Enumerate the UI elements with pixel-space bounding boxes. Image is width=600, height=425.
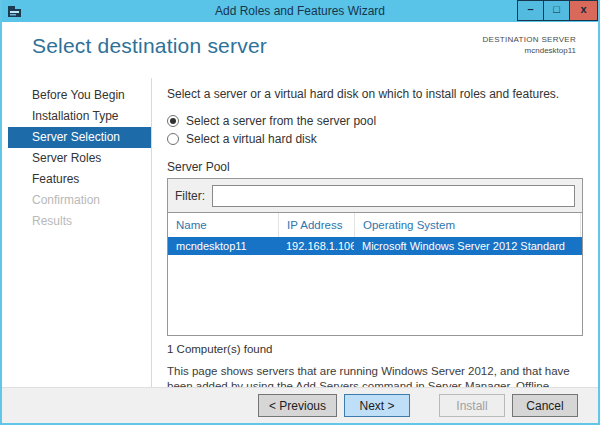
server-manager-icon — [7, 4, 23, 19]
sidebar-item-results: Results — [8, 211, 151, 232]
radio-button-icon[interactable] — [167, 133, 179, 145]
server-pool-panel: Filter: Name IP Address Operating System… — [167, 178, 583, 336]
destination-label: DESTINATION SERVER — [482, 35, 576, 44]
destination-server-name: mcndesktop11 — [482, 46, 576, 55]
column-header-operating-system[interactable]: Operating System — [354, 213, 580, 237]
sidebar-item-server-selection[interactable]: Server Selection — [8, 127, 151, 148]
radio-label: Select a server from the server pool — [186, 114, 376, 128]
column-header-name[interactable]: Name — [168, 213, 278, 237]
wizard-footer: < Previous Next > Install Cancel — [2, 387, 598, 423]
table-row[interactable]: mcndesktop11 192.168.1.106 Microsoft Win… — [168, 237, 582, 255]
cancel-button[interactable]: Cancel — [512, 394, 578, 417]
wizard-header: Select destination server DESTINATION SE… — [2, 22, 598, 78]
sidebar-item-confirmation: Confirmation — [8, 190, 151, 211]
next-button[interactable]: Next > — [344, 394, 410, 417]
filter-input[interactable] — [212, 185, 575, 207]
filter-row: Filter: — [168, 179, 582, 213]
sidebar-item-features[interactable]: Features — [8, 169, 151, 190]
cell-ip-address: 192.168.1.106 — [278, 237, 354, 255]
maximize-icon: □ — [553, 4, 560, 15]
radio-select-vhd[interactable]: Select a virtual hard disk — [167, 130, 583, 147]
page-title: Select destination server — [32, 34, 267, 58]
radio-select-server-pool[interactable]: Select a server from the server pool — [167, 112, 583, 129]
close-icon: x — [580, 4, 586, 15]
destination-block: DESTINATION SERVER mcndesktop11 — [482, 35, 576, 55]
wizard-window: Add Roles and Features Wizard – □ x Sele… — [0, 0, 600, 425]
window-title: Add Roles and Features Wizard — [2, 0, 598, 22]
page-content: Select a server or a virtual hard disk o… — [152, 78, 598, 387]
table-empty-area — [168, 255, 582, 335]
wizard-steps-sidebar: Before You Begin Installation Type Serve… — [2, 78, 152, 387]
maximize-button[interactable]: □ — [543, 0, 570, 21]
cell-empty — [580, 237, 588, 255]
sidebar-item-server-roles[interactable]: Server Roles — [8, 148, 151, 169]
main-area: Before You Begin Installation Type Serve… — [2, 78, 598, 387]
column-header-ip-address[interactable]: IP Address — [278, 213, 354, 237]
computers-found-count: 1 Computer(s) found — [167, 343, 583, 355]
filter-label: Filter: — [175, 189, 205, 203]
intro-text: Select a server or a virtual hard disk o… — [167, 87, 583, 101]
previous-button[interactable]: < Previous — [258, 394, 337, 417]
radio-button-icon[interactable] — [167, 115, 179, 127]
close-button[interactable]: x — [569, 0, 598, 21]
title-bar: Add Roles and Features Wizard – □ x — [2, 0, 598, 22]
cell-name: mcndesktop11 — [168, 237, 278, 255]
server-pool-label: Server Pool — [167, 160, 583, 174]
minimize-button[interactable]: – — [517, 0, 544, 21]
column-header-empty — [580, 213, 589, 237]
radio-label: Select a virtual hard disk — [186, 132, 317, 146]
minimize-icon: – — [527, 4, 533, 15]
window-controls: – □ x — [518, 0, 598, 21]
cell-operating-system: Microsoft Windows Server 2012 Standard — [354, 237, 580, 255]
sidebar-item-installation-type[interactable]: Installation Type — [8, 106, 151, 127]
install-button: Install — [439, 394, 505, 417]
table-header-row: Name IP Address Operating System — [168, 213, 582, 237]
sidebar-item-before-you-begin[interactable]: Before You Begin — [8, 85, 151, 106]
